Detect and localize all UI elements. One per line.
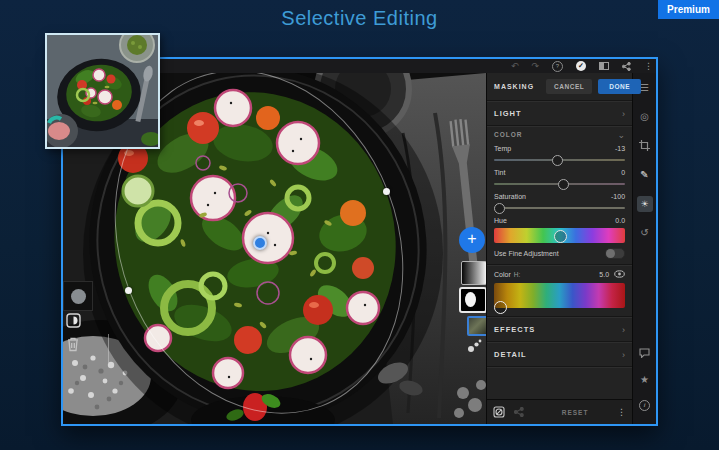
section-detail[interactable]: DETAIL › [487, 343, 632, 366]
eye-icon[interactable] [614, 270, 625, 278]
help-icon[interactable]: ? [552, 61, 563, 72]
trash-icon[interactable] [66, 336, 80, 352]
fine-adjustment-row: Use Fine Adjustment [487, 243, 632, 264]
crop-icon[interactable] [633, 131, 656, 160]
copy-settings-icon[interactable] [514, 407, 524, 417]
add-mask-button[interactable]: + [459, 227, 485, 253]
chevron-down-icon: ⌄ [618, 130, 626, 140]
color-point-gradient[interactable] [494, 283, 625, 308]
adjust-icon[interactable]: ☀ [633, 189, 656, 218]
tint-label: Tint [494, 169, 505, 176]
redo-icon[interactable]: ↷ [531, 62, 539, 71]
temp-label: Temp [494, 145, 511, 152]
fine-adjustment-label: Use Fine Adjustment [494, 250, 559, 257]
tint-label-row: Tint 0 [487, 166, 632, 179]
masking-label: MASKING [494, 83, 534, 90]
masking-header-row: MASKING CANCEL DONE [487, 73, 632, 100]
invert-mask-icon[interactable] [66, 313, 81, 328]
saturation-label-row: Saturation -100 [487, 190, 632, 203]
color-point-value: 5.0 [599, 271, 609, 278]
linear-gradient-mask-tile[interactable] [461, 261, 486, 285]
before-after-icon[interactable] [599, 62, 609, 70]
share-icon[interactable] [622, 62, 631, 71]
color-point-knob[interactable] [494, 301, 507, 314]
temp-knob[interactable] [552, 155, 563, 166]
mask-circle-icon [71, 289, 86, 304]
mask-overlay-tile[interactable] [63, 281, 93, 311]
color-channel-label: H: [514, 271, 521, 278]
hue-value: 0.0 [615, 217, 625, 224]
saturation-value: -100 [611, 193, 625, 200]
reset-button[interactable]: RESET [533, 409, 617, 416]
fine-adjustment-toggle[interactable] [605, 248, 625, 259]
preview-thumbnail[interactable] [45, 33, 160, 149]
cancel-button[interactable]: CANCEL [546, 79, 592, 94]
color-label: COLOR [494, 131, 522, 138]
tint-value: 0 [621, 169, 625, 176]
saturation-label: Saturation [494, 193, 526, 200]
temp-slider[interactable] [494, 155, 625, 166]
tint-slider[interactable] [494, 179, 625, 190]
light-label: LIGHT [494, 109, 522, 118]
chevron-right-icon: › [622, 350, 625, 360]
brush-size-dots-icon[interactable] [467, 338, 482, 353]
undo-icon[interactable]: ↶ [511, 62, 519, 71]
thumbnail-image [47, 35, 158, 147]
adjust-tile: ☀ [637, 196, 653, 212]
active-mask-thumbnail[interactable] [467, 316, 486, 336]
section-light[interactable]: LIGHT › [487, 102, 632, 125]
temp-label-row: Temp -13 [487, 142, 632, 155]
section-color[interactable]: COLOR ⌄ [487, 127, 632, 142]
hue-knob[interactable] [554, 230, 567, 243]
chevron-right-icon: › [622, 325, 625, 335]
tint-knob[interactable] [558, 179, 569, 190]
radial-gradient-mask-tile[interactable] [459, 287, 486, 313]
panel-footer: RESET ⋮ [487, 399, 632, 424]
comments-icon[interactable] [633, 340, 656, 366]
history-icon[interactable]: ↺ [633, 218, 656, 247]
temp-value: -13 [615, 145, 625, 152]
info-icon[interactable]: i [633, 392, 656, 418]
edit-panel: MASKING CANCEL DONE LIGHT › COLOR ⌄ [486, 73, 632, 424]
hue-label: Hue [494, 217, 507, 224]
mask-handle-right[interactable] [383, 188, 390, 195]
hue-label-row: Hue 0.0 [487, 214, 632, 227]
canvas-divider-line [108, 334, 109, 364]
done-button[interactable]: DONE [598, 79, 641, 94]
star-icon[interactable]: ★ [633, 366, 656, 392]
premium-button[interactable]: Premium [658, 0, 719, 19]
section-effects[interactable]: EFFECTS › [487, 318, 632, 341]
mask-handle-left[interactable] [125, 287, 132, 294]
radial-oval-icon [465, 292, 476, 307]
effects-label: EFFECTS [494, 325, 535, 334]
color-point-row: Color H: 5.0 [487, 266, 632, 282]
desktop: Selective Editing Premium ↶ ↷ ? ✓ ⋮ [0, 0, 719, 450]
show-original-icon[interactable] [493, 406, 505, 418]
selective-brush-icon[interactable]: ✎ [633, 160, 656, 189]
detail-label: DETAIL [494, 350, 527, 359]
color-point-label: Color [494, 271, 511, 278]
mask-center-pin[interactable] [253, 236, 267, 250]
footer-kebab-icon[interactable]: ⋮ [617, 407, 626, 417]
info-circle: i [639, 400, 650, 411]
kebab-menu-icon[interactable]: ⋮ [644, 62, 653, 71]
saturation-slider[interactable] [494, 203, 625, 214]
saturation-knob[interactable] [494, 203, 505, 214]
checkmark-icon[interactable]: ✓ [576, 61, 586, 71]
healing-icon[interactable]: ◎ [633, 102, 656, 131]
page-title: Selective Editing [0, 7, 719, 30]
chevron-right-icon: › [622, 109, 625, 119]
tool-strip: ☰ ◎ ✎ ☀ ↺ ★ i [632, 73, 656, 424]
hue-gradient-slider[interactable] [494, 228, 625, 243]
